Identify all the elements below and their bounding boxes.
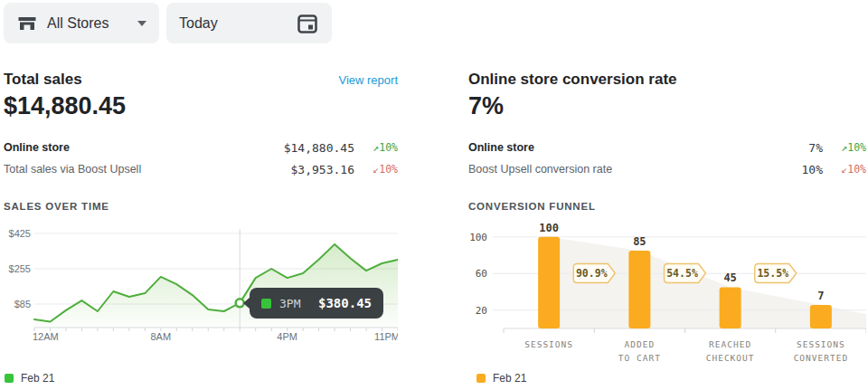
- x-axis-tick-label: 4PM: [277, 331, 297, 342]
- metric-row-boost-upsell: Boost Upsell conversion rate 10% ↙10%: [468, 159, 866, 179]
- category-label: TO CART: [618, 353, 661, 363]
- metric-label: Online store: [4, 141, 255, 154]
- metric-change-down: ↙10%: [354, 163, 398, 176]
- category-label: REACHED: [709, 339, 751, 349]
- metric-change-up: ↗10%: [354, 141, 398, 154]
- total-sales-big-value: $14,880.45: [4, 89, 126, 123]
- analytics-dashboard: All Stores Today Total sales View report…: [0, 0, 868, 390]
- conversion-badge-label: 54.5%: [666, 267, 698, 280]
- metric-rows: Online store 7% ↗10% Boost Upsell conver…: [468, 138, 866, 181]
- conversion-rate-card: Online store conversion rate 7% Online s…: [468, 65, 866, 390]
- caret-down-icon: [137, 21, 146, 26]
- store-selector-button[interactable]: All Stores: [4, 3, 159, 43]
- category-label: CONVERTED: [794, 353, 848, 363]
- store-icon: [16, 13, 38, 34]
- legend: Feb 21: [5, 372, 54, 385]
- card-title: Total sales: [4, 71, 82, 89]
- sales-over-time-chart: $425$255$8512AM8AM4PM11PM 3PM $380.45: [4, 222, 398, 368]
- bar-value-label: 85: [633, 235, 646, 248]
- y-axis-tick-label: $425: [9, 228, 31, 239]
- bar-value-label: 45: [723, 271, 736, 284]
- card-header: Total sales View report: [4, 71, 398, 89]
- calendar-icon: [296, 12, 319, 35]
- chart-tooltip: 3PM $380.45: [250, 288, 383, 319]
- legend-swatch-orange: [476, 374, 486, 383]
- y-axis-tick-label: $85: [14, 299, 31, 309]
- total-sales-card: Total sales View report $14,880.45 Onlin…: [4, 65, 398, 390]
- section-title-sales-over-time: SALES OVER TIME: [4, 201, 109, 212]
- metric-value: 7%: [723, 141, 823, 155]
- metric-row-online-store: Online store $14,880.45 ↗10%: [4, 138, 398, 157]
- conversion-badge-label: 90.9%: [576, 267, 608, 280]
- y-axis-tick-label: 60: [476, 268, 487, 280]
- metric-label: Boost Upsell conversion rate: [468, 163, 723, 176]
- conversion-funnel-chart: 1006020100SESSIONS85ADDEDTO CART45REACHE…: [468, 222, 866, 368]
- conversion-rate-big-value: 7%: [468, 89, 504, 123]
- legend-swatch-green: [5, 374, 14, 383]
- view-report-link[interactable]: View report: [338, 73, 398, 87]
- funnel-bar-1[interactable]: [628, 251, 650, 328]
- metric-value: $14,880.45: [255, 141, 354, 155]
- category-label: SESSIONS: [797, 339, 845, 349]
- x-axis-tick-label: 12AM: [33, 331, 59, 342]
- card-header: Online store conversion rate: [468, 71, 866, 89]
- metric-change-down: ↙10%: [823, 163, 866, 176]
- metric-rows: Online store $14,880.45 ↗10% Total sales…: [4, 138, 398, 181]
- metric-row-online-store: Online store 7% ↗10%: [468, 138, 866, 157]
- funnel-bar-3[interactable]: [810, 305, 832, 328]
- metric-change-up: ↗10%: [823, 141, 866, 154]
- category-label: SESSIONS: [524, 339, 573, 349]
- store-selector-label: All Stores: [47, 15, 108, 32]
- tooltip-time: 3PM: [279, 297, 300, 310]
- metric-value: $3,953.16: [255, 163, 354, 176]
- series-swatch: [261, 299, 271, 309]
- category-label: CHECKOUT: [706, 353, 755, 363]
- metric-label: Online store: [468, 141, 723, 154]
- metric-value: 10%: [723, 163, 823, 176]
- metric-row-boost-upsell: Total sales via Boost Upsell $3,953.16 ↙…: [4, 159, 398, 179]
- date-selector-button[interactable]: Today: [166, 3, 332, 43]
- bar-value-label: 100: [539, 222, 559, 234]
- metric-label: Total sales via Boost Upsell: [4, 163, 255, 176]
- legend-label: Feb 21: [493, 372, 526, 385]
- funnel-bar-0[interactable]: [538, 237, 560, 328]
- bar-value-label: 7: [817, 290, 824, 302]
- y-axis-tick-label: 20: [476, 305, 487, 317]
- section-title-conversion-funnel: CONVERSION FUNNEL: [468, 201, 596, 212]
- x-axis-tick-label: 11PM: [374, 331, 398, 342]
- funnel-chart-canvas[interactable]: 1006020100SESSIONS85ADDEDTO CART45REACHE…: [468, 222, 866, 368]
- x-axis-tick-label: 8AM: [151, 331, 172, 342]
- funnel-bar-2[interactable]: [720, 287, 741, 328]
- date-selector-label: Today: [179, 15, 218, 32]
- y-axis-tick-label: $255: [9, 263, 31, 274]
- tooltip-value: $380.45: [318, 296, 372, 310]
- legend-label: Feb 21: [21, 372, 54, 385]
- legend: Feb 21: [476, 372, 526, 385]
- conversion-badge-label: 15.5%: [757, 267, 788, 280]
- category-label: ADDED: [625, 339, 656, 349]
- y-axis-tick-label: 100: [469, 232, 487, 243]
- card-title: Online store conversion rate: [468, 71, 677, 89]
